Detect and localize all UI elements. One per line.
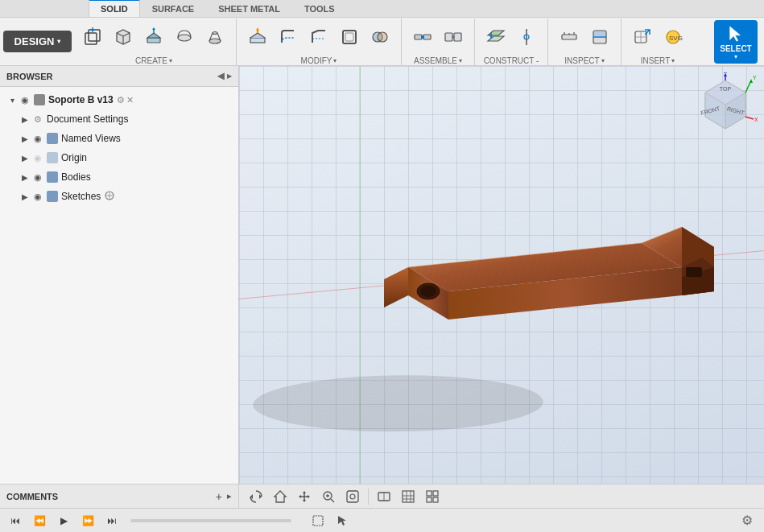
svg-rect-0 [85, 33, 97, 44]
offset-plane-icon[interactable] [481, 23, 510, 52]
tree-item-sketches[interactable]: ▶ ◉ Sketches [0, 187, 238, 206]
tree-item-origin[interactable]: ▶ ◉ Origin [0, 148, 238, 167]
tab-tools[interactable]: TOOLS [292, 0, 347, 17]
tree-item-named-views[interactable]: ▶ ◉ Named Views [0, 129, 238, 148]
chamfer-icon[interactable] [304, 23, 333, 52]
tree-item-root[interactable]: ▾ ◉ Soporte B v13 ⚙ ✕ [0, 90, 238, 109]
display-mode-icon[interactable] [374, 486, 394, 507]
svg-point-24 [378, 32, 387, 42]
svg-rect-21 [343, 31, 356, 43]
svg-line-84 [745, 117, 754, 119]
insert-label[interactable]: INSERT ▾ [641, 56, 675, 65]
section-analysis-icon[interactable] [585, 23, 614, 52]
view-cube[interactable]: TOP RIGHT FRONT Y X Z [693, 72, 758, 137]
comments-label: COMMENTS [6, 492, 58, 501]
expand-origin[interactable]: ▶ [19, 152, 31, 163]
expand-doc-settings[interactable]: ▶ [19, 113, 31, 125]
browser-pin-icon[interactable]: ▸ [227, 71, 232, 81]
tree-item-doc-settings[interactable]: ▶ ⚙ Document Settings [0, 109, 238, 129]
extrude-icon[interactable] [139, 23, 168, 52]
eye-icon-root[interactable]: ◉ [19, 93, 31, 106]
svg-marker-50 [730, 26, 741, 41]
expand-sketches[interactable]: ▶ [19, 191, 31, 202]
root-label: Soporte B v13 [48, 94, 114, 105]
eye-icon-sketches[interactable]: ◉ [31, 190, 44, 203]
comment-panel-arrow[interactable]: ▸ [227, 491, 232, 501]
next-button[interactable]: ⏩ [79, 512, 97, 530]
construct-label[interactable]: CONSTRUCT - [484, 56, 539, 65]
prev-start-button[interactable]: ⏮ [6, 512, 24, 530]
svg-marker-93 [303, 500, 306, 502]
assemble-label[interactable]: ASSEMBLE ▾ [414, 56, 462, 65]
expand-bodies[interactable]: ▶ [19, 171, 31, 183]
home-icon[interactable] [270, 486, 291, 507]
grid-icon[interactable] [398, 486, 419, 507]
as-built-joint-icon[interactable] [439, 23, 468, 52]
insert-svg-icon[interactable]: SVG [659, 23, 688, 52]
separator-1 [368, 489, 369, 505]
revolve-icon[interactable] [170, 23, 199, 52]
viewport[interactable]: TOP RIGHT FRONT Y X Z [239, 66, 764, 484]
eye-icon-origin[interactable]: ◉ [31, 151, 44, 164]
layout-icon[interactable] [422, 486, 443, 507]
expand-root[interactable]: ▾ [6, 94, 18, 105]
folder-icon-sketches [47, 191, 58, 202]
close-icon-root[interactable]: ✕ [126, 95, 134, 105]
settings-icon-root[interactable]: ⚙ [117, 95, 125, 105]
create-icons [78, 19, 229, 56]
toolbar-group-modify: MODIFY ▾ [237, 19, 402, 65]
add-comment-icon[interactable]: + [216, 490, 222, 503]
press-pull-icon[interactable] [243, 23, 272, 52]
next-end-button[interactable]: ⏭ [103, 512, 121, 530]
eye-icon-bodies[interactable]: ◉ [31, 171, 44, 184]
expand-named-views[interactable]: ▶ [19, 133, 31, 144]
fillet-icon[interactable] [274, 23, 303, 52]
browser-tree: ▾ ◉ Soporte B v13 ⚙ ✕ ▶ ⚙ Document Setti… [0, 87, 238, 484]
bodies-label: Bodies [61, 171, 91, 183]
eye-icon-named-views[interactable]: ◉ [31, 132, 44, 145]
svg-text:Z: Z [724, 72, 728, 74]
combine-icon[interactable] [365, 23, 394, 52]
timeline-track[interactable] [130, 519, 291, 522]
new-component-icon[interactable] [78, 23, 107, 52]
svg-point-12 [178, 35, 191, 41]
tree-item-bodies[interactable]: ▶ ◉ Bodies [0, 167, 238, 187]
tab-surface[interactable]: SURFACE [140, 0, 207, 17]
browser-header: BROWSER ◀ ▸ [0, 66, 238, 87]
modify-label[interactable]: MODIFY ▾ [301, 56, 337, 65]
browser-collapse-icon[interactable]: ◀ [217, 71, 224, 81]
tool-select-icons [308, 510, 353, 531]
svg-rect-113 [313, 516, 323, 526]
prev-button[interactable]: ⏪ [31, 512, 48, 530]
design-button[interactable]: DESIGN ▾ [3, 31, 72, 52]
select-button[interactable]: SELECT ▾ [714, 20, 758, 64]
tool-arrow-icon[interactable] [332, 510, 353, 531]
svg-rect-17 [250, 38, 265, 43]
orbit-icon[interactable] [246, 486, 266, 507]
select-box-icon[interactable] [308, 510, 328, 531]
joint-icon[interactable] [408, 23, 437, 52]
svg-rect-109 [427, 491, 432, 496]
tab-solid[interactable]: SOLID [89, 0, 140, 17]
tab-sheet-metal[interactable]: SHEET METAL [206, 0, 292, 17]
pan-icon[interactable] [294, 486, 315, 507]
loft-icon[interactable] [200, 23, 229, 52]
axis-icon[interactable] [512, 23, 541, 52]
folder-icon-bodies [47, 171, 58, 183]
insert-mesh-icon[interactable] [628, 23, 657, 52]
measure-icon[interactable] [555, 23, 584, 52]
fit-to-screen-icon[interactable] [342, 486, 363, 507]
zoom-icon[interactable] [318, 486, 339, 507]
folder-icon-named-views [47, 133, 58, 144]
box-icon[interactable] [109, 23, 138, 52]
inspect-label[interactable]: INSPECT ▾ [564, 56, 604, 65]
shell-icon[interactable] [335, 23, 364, 52]
svg-rect-1 [89, 30, 100, 41]
svg-rect-26 [423, 35, 431, 39]
play-button[interactable]: ▶ [55, 512, 72, 530]
settings-gear-icon[interactable]: ⚙ [737, 510, 758, 531]
svg-point-27 [421, 35, 424, 39]
svg-marker-31 [488, 36, 504, 41]
create-label[interactable]: CREATE ▾ [135, 56, 172, 65]
browser-header-icons: ◀ ▸ [217, 71, 232, 81]
